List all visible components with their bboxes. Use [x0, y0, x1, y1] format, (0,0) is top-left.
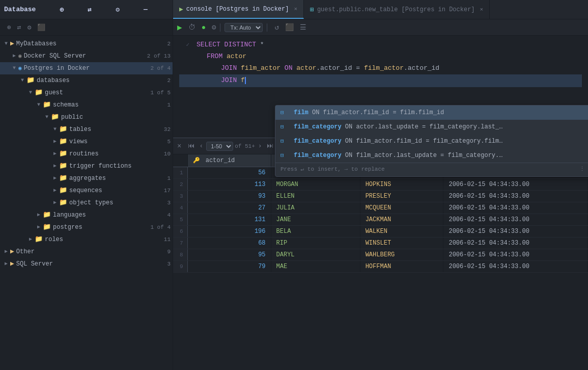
query-menu-icon[interactable]: ☰ [300, 23, 306, 32]
ac-join-icon-3: ⊟ [281, 150, 291, 161]
label-other: Other [16, 247, 165, 257]
folder-roles-icon: 📁 [35, 234, 43, 245]
tree-item-schemas[interactable]: ▼ 📁 schemas 1 [0, 99, 173, 111]
tree-item-languages[interactable]: ▶ 📁 languages 4 [0, 209, 173, 221]
filter-icon[interactable]: ⚙ [116, 6, 120, 14]
results-scroll[interactable]: 🔑 actor_id ⊞ first_name ⊞ last_name [173, 154, 588, 370]
folder-object-types-icon: 📁 [59, 198, 67, 208]
sql-cursor [245, 77, 246, 84]
tree-item-guest[interactable]: ▼ 📁 guest 1 of 5 [0, 87, 173, 99]
arrow-mydatabases: ▼ [2, 39, 10, 49]
tree-item-sequences[interactable]: ▶ 📁 sequences 17 [0, 184, 173, 197]
badge-other: 9 [167, 247, 171, 257]
folder-aggregates-icon: 📁 [59, 173, 67, 183]
tree-item-object-types[interactable]: ▶ 📁 object types 3 [0, 197, 173, 209]
check-mark: ✓ [179, 41, 189, 50]
row-num-9: 9 [173, 261, 187, 273]
cell-last-name-4: MCQUEEN [360, 202, 443, 214]
sql-editor[interactable]: ✓ SELECT DISTINCT * FROM actor JOIN film… [173, 36, 588, 138]
ac-item-1[interactable]: ⊟ film_category ON actor.last_update = f… [275, 120, 588, 134]
tree-item-trigger-functions[interactable]: ▶ 📁 trigger functions [0, 160, 173, 172]
db-docker-sql-icon: ◉ [18, 51, 22, 61]
label-tables: tables [69, 124, 162, 135]
sql-join-f: f [241, 76, 245, 84]
tree-item-docker-sql[interactable]: ▶ ◉ Docker SQL Server 2 of 13 [0, 50, 173, 62]
cell-first-name-3: ELLEN [271, 191, 360, 202]
table-row[interactable]: 7 68 RIP WINSLET 2006-02-15 04:34:33.00 [173, 237, 588, 249]
arrow-public: ▼ [43, 112, 51, 122]
cell-first-name-2: MORGAN [271, 179, 360, 191]
sidebar-toolbar: ⊕ ⇄ ⚙ ⬛ [0, 19, 173, 36]
autocomplete-footer: Press ↵ to insert, → to replace ⋮ [275, 163, 588, 176]
sql-line-4: JOIN f [179, 74, 582, 87]
database-tree: ▼ ▶ MyDatabases 2 ▶ ◉ Docker SQL Server … [0, 36, 173, 272]
right-panel: ▶ ⏱ ● ⚙ Tx: Auto ↺ ⬛ ☰ ✓ SELECT DISTINCT… [173, 19, 588, 370]
sync-icon[interactable]: ⇄ [88, 6, 92, 14]
table-tab-close[interactable]: × [480, 7, 484, 13]
ac-text-3: film_category ON film_actor.last_update … [294, 150, 502, 161]
collapse-icon[interactable]: — [144, 6, 148, 13]
tree-item-databases[interactable]: ▼ 📁 databases 2 [0, 74, 173, 87]
table-row[interactable]: 4 27 JULIA MCQUEEN 2006-02-15 04:34:33.0… [173, 202, 588, 214]
cell-last-name-9: HOFFMAN [360, 261, 443, 273]
page-range-select[interactable]: 1-50 [206, 142, 233, 151]
badge-sequences: 17 [164, 186, 171, 196]
last-page-button[interactable]: ⏭ [265, 142, 275, 150]
table-row[interactable]: 9 79 MAE HOFFMAN 2006-02-15 04:34:33.00 [173, 261, 588, 273]
run-query-button[interactable]: ▶ [177, 22, 182, 33]
arrow-views: ▶ [51, 137, 59, 147]
next-page-button[interactable]: › [257, 142, 264, 150]
editor-tabs: ▶ console [Postgres in Docker] × ⊞ guest… [173, 0, 490, 19]
tree-item-mydatabases[interactable]: ▼ ▶ MyDatabases 2 [0, 38, 173, 50]
table-row[interactable]: 2 113 MORGAN HOPKINS 2006-02-15 04:34:33… [173, 179, 588, 191]
table-row[interactable]: 8 95 DARYL WAHLBERG 2006-02-15 04:34:33.… [173, 249, 588, 261]
filter-sidebar-icon[interactable]: ⬛ [37, 23, 45, 32]
main-content: ⊕ ⇄ ⚙ ⬛ ▼ ▶ MyDatabases 2 ▶ ◉ Docker SQL… [0, 19, 588, 370]
ac-item-0[interactable]: ⊟ film ON film_actor.film_id = film.film… [275, 105, 588, 120]
console-tab-close[interactable]: × [294, 6, 297, 12]
first-page-button[interactable]: ⏮ [186, 142, 196, 150]
arrow-roles: ▶ [26, 234, 35, 245]
toggle-icon[interactable]: ⇄ [17, 23, 21, 32]
tree-item-other[interactable]: ▶ ▶ Other 9 [0, 246, 173, 258]
tree-item-routines[interactable]: ▶ 📁 routines 10 [0, 148, 173, 160]
ac-item-3[interactable]: ⊟ film_category ON film_actor.last_updat… [275, 148, 588, 163]
arrow-other: ▶ [2, 247, 10, 257]
query-settings-icon[interactable]: ⚙ [212, 23, 216, 32]
add-connection-icon[interactable]: ⊕ [60, 6, 64, 14]
col-header-actor-id[interactable]: 🔑 actor_id [187, 154, 271, 167]
label-public: public [61, 112, 169, 122]
ac-item-2[interactable]: ⊟ film_category ON film_actor.film_id = … [275, 134, 588, 148]
table-row[interactable]: 5 131 JANE JACKMAN 2006-02-15 04:34:33.0… [173, 214, 588, 226]
stop-query-icon[interactable]: ⬛ [285, 23, 294, 32]
history-button[interactable]: ⏱ [188, 23, 195, 32]
settings-icon[interactable]: ⚙ [27, 23, 32, 32]
new-connection-icon[interactable]: ⊕ [7, 23, 11, 32]
row-num-2: 2 [173, 179, 187, 191]
cell-last-update-3: 2006-02-15 04:34:33.00 [443, 191, 588, 202]
tree-item-tables[interactable]: ▼ 📁 tables 32 [0, 123, 173, 136]
tab-table[interactable]: ⊞ guest.public.new_table [Postgres in Do… [304, 0, 490, 19]
tree-item-sql-server[interactable]: ▶ ▶ SQL Server 3 [0, 258, 173, 270]
tree-item-public[interactable]: ▼ 📁 public [0, 111, 173, 123]
tree-item-postgres-db[interactable]: ▶ 📁 postgres 1 of 4 [0, 221, 173, 233]
tab-console[interactable]: ▶ console [Postgres in Docker] × [173, 0, 304, 19]
cell-first-name-5: JANE [271, 214, 360, 226]
tx-mode-select[interactable]: Tx: Auto [225, 23, 263, 32]
table-row[interactable]: 3 93 ELLEN PRESLEY 2006-02-15 04:34:33.0… [173, 191, 588, 202]
tree-item-views[interactable]: ▶ 📁 views 5 [0, 136, 173, 148]
sidebar-header: Database ⊕ ⇄ ⚙ — [0, 0, 173, 19]
label-schemas: schemas [53, 100, 165, 110]
tree-item-roles[interactable]: ▶ 📁 roles 11 [0, 233, 173, 246]
undo-query-icon[interactable]: ↺ [274, 23, 278, 32]
arrow-sequences: ▶ [51, 186, 59, 196]
prev-page-button[interactable]: ‹ [198, 142, 205, 150]
table-row[interactable]: 6 196 BELA WALKEN 2006-02-15 04:34:33.00 [173, 226, 588, 237]
tree-item-postgres-docker[interactable]: ▼ ◉ Postgres in Docker 2 of 4 [0, 62, 173, 74]
close-results-button[interactable]: × [177, 142, 181, 150]
cell-last-update-7: 2006-02-15 04:34:33.00 [443, 237, 588, 249]
tree-item-aggregates[interactable]: ▶ 📁 aggregates 1 [0, 172, 173, 184]
folder-postgres-db-icon: 📁 [43, 222, 51, 232]
arrow-tables: ▼ [51, 124, 59, 135]
cell-last-name-6: WALKEN [360, 226, 443, 237]
